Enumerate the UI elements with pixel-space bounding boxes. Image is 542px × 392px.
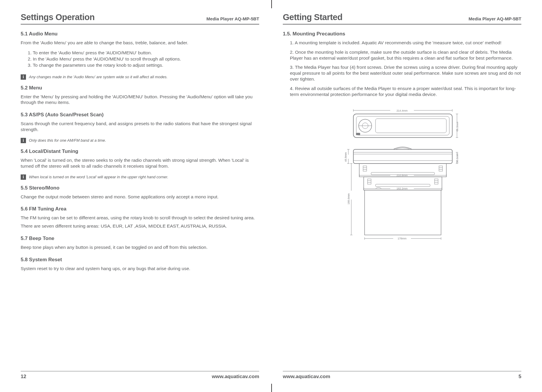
svg-rect-43 xyxy=(435,179,438,184)
device-dimensions-svg: 214.4mm 69.8mm xyxy=(325,108,479,247)
svg-rect-55 xyxy=(365,190,441,235)
info-text: Only does this for one AM/FM band at a t… xyxy=(29,138,106,143)
info-callout: i When local is turned on the word 'Loca… xyxy=(21,174,259,180)
info-icon: i xyxy=(21,74,26,80)
section-5-6-body2: There are seven different tuning areas: … xyxy=(21,223,259,229)
dim-h-front: 69.8mm xyxy=(456,122,459,131)
dim-w-mid: 210.8mm xyxy=(396,174,408,177)
info-callout: i Any changes made in the 'Audio Menu' a… xyxy=(21,74,259,80)
dimension-diagram: 214.4mm 69.8mm xyxy=(283,108,521,247)
section-5-5-body: Change the output mode between stereo an… xyxy=(21,194,259,200)
dim-w-inner: 182.2mm xyxy=(396,187,408,190)
page-title: Settings Operation xyxy=(21,12,94,22)
section-5-4-title: 5.4 Local/Distant Tuning xyxy=(21,148,259,154)
page-footer: www.aquaticav.com 5 xyxy=(283,371,521,380)
dim-h-lip: 36.6mm xyxy=(456,153,459,163)
info-icon: i xyxy=(21,174,26,180)
page-number: 12 xyxy=(21,374,26,380)
crop-mark xyxy=(271,384,272,392)
section-5-2-title: 5.2 Menu xyxy=(21,85,259,91)
precaution-4: 4. Review all outside surfaces of the Me… xyxy=(290,86,521,97)
model-label: Media Player AQ-MP-5BT xyxy=(206,16,259,22)
section-5-1-steps: 1. To enter the 'Audio Menu' press the '… xyxy=(28,50,259,68)
footer-url: www.aquaticav.com xyxy=(212,374,259,380)
dim-w-base: 178mm xyxy=(398,237,407,240)
section-5-4-body: When 'Local' is turned on, the stereo se… xyxy=(21,157,259,169)
info-text: When local is turned on the word 'Local'… xyxy=(29,175,168,179)
section-5-1-intro: From the 'Audio Menu' you are able to ch… xyxy=(21,40,259,46)
precaution-1: 1. A mounting template is included. Aqua… xyxy=(290,40,521,46)
svg-rect-19 xyxy=(353,149,452,164)
section-5-6-body1: The FM tuning can be set to different ar… xyxy=(21,215,259,221)
section-5-3-body: Scans through the current frequency band… xyxy=(21,121,259,133)
precautions-list: 1. A mounting template is included. Aqua… xyxy=(290,40,521,101)
page-header: Settings Operation Media Player AQ-MP-5B… xyxy=(21,12,259,24)
step-2: 2. In the 'Audio Menu' press the 'AUDIO/… xyxy=(28,56,259,62)
svg-rect-10 xyxy=(356,133,360,135)
step-1: 1. To enter the 'Audio Menu' press the '… xyxy=(28,50,259,56)
left-page: Settings Operation Media Player AQ-MP-5B… xyxy=(21,12,259,380)
dim-w-front: 214.4mm xyxy=(396,109,408,112)
svg-rect-40 xyxy=(368,179,371,184)
section-5-1-title: 5.1 Audio Menu xyxy=(21,31,259,37)
section-5-7-body: Beep tone plays when any button is press… xyxy=(21,244,259,250)
footer-url: www.aquaticav.com xyxy=(283,374,330,380)
precaution-3: 3. The Media Player has four (4) front s… xyxy=(290,64,521,82)
step-3: 3. To change the parameters use the rota… xyxy=(28,62,259,68)
section-5-6-title: 5.6 FM Tuning Area xyxy=(21,206,259,212)
svg-rect-31 xyxy=(439,166,443,171)
info-callout: i Only does this for one AM/FM band at a… xyxy=(21,138,259,143)
precaution-2: 2. Once the mounting hole is complete, m… xyxy=(290,49,521,61)
page-header: Getting Started Media Player AQ-MP-5BT xyxy=(283,12,521,24)
model-label: Media Player AQ-MP-5BT xyxy=(468,16,521,22)
svg-rect-46 xyxy=(376,184,430,187)
svg-rect-28 xyxy=(363,166,367,171)
crop-mark xyxy=(271,0,272,8)
page-title: Getting Started xyxy=(283,12,342,22)
section-5-8-body: System reset to try to clear and system … xyxy=(21,266,259,272)
section-5-8-title: 5.8 System Reset xyxy=(21,257,259,263)
page-number: 5 xyxy=(519,374,521,380)
section-5-5-title: 5.5 Stereo/Mono xyxy=(21,185,259,191)
section-5-2-body: Enter the 'Menu' by pressing and holding… xyxy=(21,94,259,106)
dim-h-side: 188.6mm xyxy=(347,193,350,205)
dim-h-top: 48.8mm xyxy=(344,152,347,162)
section-5-3-title: 5.3 AS/PS (Auto Scan/Preset Scan) xyxy=(21,112,259,118)
page-spread: Settings Operation Media Player AQ-MP-5B… xyxy=(21,12,521,380)
info-text: Any changes made in the 'Audio Menu' are… xyxy=(29,75,168,79)
section-5-7-title: 5.7 Beep Tone xyxy=(21,236,259,241)
svg-rect-9 xyxy=(376,119,446,133)
section-1-5-title: 1.5. Mounting Precautions xyxy=(283,31,521,37)
info-icon: i xyxy=(21,138,26,143)
page-footer: 12 www.aquaticav.com xyxy=(21,371,259,380)
right-page: Getting Started Media Player AQ-MP-5BT 1… xyxy=(283,12,521,380)
